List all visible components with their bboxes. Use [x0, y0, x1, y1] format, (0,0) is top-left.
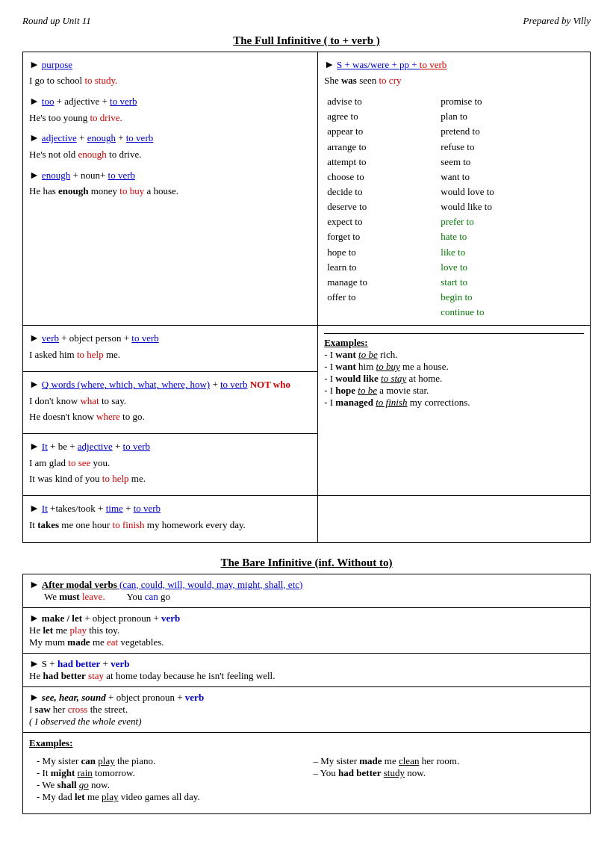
to-verb-3: to verb [108, 170, 135, 181]
plus-object-pronoun2: + object pronoun + [106, 692, 185, 703]
to-verb-q: to verb [220, 379, 247, 390]
examples-block: Examples: - I want to be rich. - I want … [324, 333, 584, 409]
empty-right-bottom [318, 496, 591, 542]
bare-examples-table: - My sister can play the piano. - It mig… [29, 749, 584, 809]
q-words-label: Q words (where, which, what, where, how) [42, 379, 210, 390]
too-example: He's too young to drive. [29, 111, 311, 126]
to-verb-it: to verb [123, 441, 150, 452]
enough-noun-example: He has enough money to buy a house. [29, 184, 311, 199]
verb-object-example: I asked him to help me. [29, 347, 311, 363]
it-takes-block: ►It +takes/took + time + to verb It take… [29, 500, 311, 533]
plus-be: + be + [48, 441, 78, 452]
plus-enough: + [77, 132, 87, 143]
verb-label: verb [42, 332, 59, 344]
not-who: NOT who [247, 379, 290, 390]
enough-adjective-example: He's not old enough to drive. [29, 147, 311, 163]
bare-ex5: – My sister made me clean her room. [314, 755, 577, 767]
adjective-label: adjective [42, 132, 77, 143]
plus-noun: + noun+ [70, 170, 108, 181]
too-plus: + adjective + [54, 96, 110, 107]
adjective-to: adjective [78, 441, 113, 452]
plus-object: + object person + [59, 332, 131, 344]
see-hear-label: see, hear, sound [42, 692, 106, 703]
had-better-label: had better [57, 658, 100, 669]
enough-noun-block: ►enough + noun+ to verb He has enough mo… [29, 167, 311, 199]
purpose-block: ►purpose I go to school to study. [29, 57, 311, 89]
plus-to-verb-takes: + [123, 503, 134, 514]
make-let-label: make / let [42, 613, 82, 624]
bare-ex4: - My dad let me play video games all day… [37, 791, 300, 803]
it-be-example2: It was kind of you to help me. [29, 471, 311, 487]
it-be-block: ►It + be + adjective + to verb I am glad… [29, 438, 311, 486]
plus-to-verb-q: + [210, 379, 220, 390]
time-label: time [106, 503, 123, 514]
passive-block: ►S + was/were + pp + to verb She was see… [324, 57, 584, 89]
ex4: - I hope to be a movie star. [324, 385, 584, 397]
purpose-example: I go to school to study. [29, 73, 311, 89]
bare-examples-label: Examples: [29, 737, 73, 748]
full-infinitive-table: ►purpose I go to school to study. ►too +… [22, 52, 591, 543]
to-verb-2: to verb [126, 132, 153, 143]
plus-to-verb-it: + [113, 441, 123, 452]
make-let-cell: ►make / let + object pronoun + verb He l… [23, 607, 591, 653]
ex2: - I want him to buy me a house. [324, 361, 584, 373]
bare-ex2: - It might rain tomorrow. [37, 767, 300, 779]
q-words-cell: ►Q words (where, which, what, where, how… [23, 372, 318, 434]
enough-adjective-block: ►adjective + enough + to verb He's not o… [29, 130, 311, 162]
bare-examples-cell: Examples: - My sister can play the piano… [23, 732, 591, 813]
bare-ex6: – You had better study now. [314, 767, 577, 779]
bare-infinitive-title: The Bare Infinitive (inf. Without to) [22, 557, 591, 569]
plus-to-verb: + [116, 132, 126, 143]
see-hear-ex1: I saw her cross the street. [29, 704, 584, 716]
verb-object-cell: ►verb + object person + to verb I asked … [23, 326, 318, 372]
examples-cell: Examples: - I want to be rich. - I want … [318, 326, 591, 496]
left-column: ►purpose I go to school to study. ►too +… [23, 52, 318, 326]
takes-text: +takes/took + [48, 503, 106, 514]
plus-object-pronoun: + object pronoun + [82, 613, 161, 624]
it-takes-cell: ►It +takes/took + time + to verb It take… [23, 496, 318, 542]
modal-example: We must leave. You can go [29, 591, 584, 603]
passive-heading: S + was/were + pp + to verb [337, 59, 446, 70]
verb-label-blue: verb [161, 613, 180, 624]
it-takes-label: It [42, 503, 48, 514]
full-infinitive-title: The Full Infinitive ( to + verb ) [22, 34, 591, 47]
header-left: Round up Unit 11 [22, 15, 91, 27]
verb-label-blue2: verb [111, 658, 129, 669]
verb-col2: promise toplan topretend torefuse toseem… [438, 93, 584, 320]
header-right: Prepared by Villy [523, 15, 591, 27]
examples-label: Examples: [324, 337, 368, 348]
verb-col1: advise toagree toappear toarrange toatte… [324, 93, 438, 320]
to-verb-4: to verb [131, 332, 158, 344]
make-let-ex1: He let me play this toy. [29, 624, 584, 636]
it-be-example1: I am glad to see you. [29, 456, 311, 471]
bare-examples-col1: - My sister can play the piano. - It mig… [31, 751, 306, 807]
bare-ex3: - We shall go now. [37, 779, 300, 791]
verb-label-blue3: verb [185, 692, 204, 703]
too-label: too [42, 96, 55, 107]
to-verb-1: to verb [110, 96, 137, 107]
modal-examples-list: (can, could, will, would, may, might, sh… [117, 579, 303, 590]
purpose-label: purpose [42, 59, 72, 70]
q-example1: I don't know what to say. [29, 394, 311, 409]
had-better-cell: ►S + had better + verb He had better sta… [23, 653, 591, 686]
passive-example: She was seen to cry [324, 73, 584, 89]
it-label: It [42, 441, 48, 452]
plus-verb-2: + [100, 658, 111, 669]
ex5: - I managed to finish my corrections. [324, 397, 584, 409]
q-example2: He doesn't know where to go. [29, 409, 311, 425]
modal-heading: After modal verbs [42, 579, 117, 590]
verb-list: advise toagree toappear toarrange toatte… [324, 93, 584, 320]
modal-cell: ►After modal verbs (can, could, will, wo… [23, 574, 591, 607]
it-takes-example: It takes me one hour to finish my homewo… [29, 518, 311, 533]
it-be-cell: ►It + be + adjective + to verb I am glad… [23, 434, 318, 496]
s-label: S + [42, 658, 57, 669]
right-top-column: ►S + was/were + pp + to verb She was see… [318, 52, 591, 326]
too-adjective-block: ►too + adjective + to verb He's too youn… [29, 93, 311, 125]
enough-label: enough [87, 132, 116, 143]
bare-infinitive-table: ►After modal verbs (can, could, will, wo… [22, 574, 591, 814]
to-verb-takes: to verb [134, 503, 161, 514]
ex3: - I would like to stay at home. [324, 373, 584, 385]
see-hear-cell: ►see, hear, sound + object pronoun + ver… [23, 686, 591, 732]
ex1: - I want to be rich. [324, 349, 584, 361]
bare-examples-col2: – My sister made me clean her room. – Yo… [308, 751, 583, 807]
